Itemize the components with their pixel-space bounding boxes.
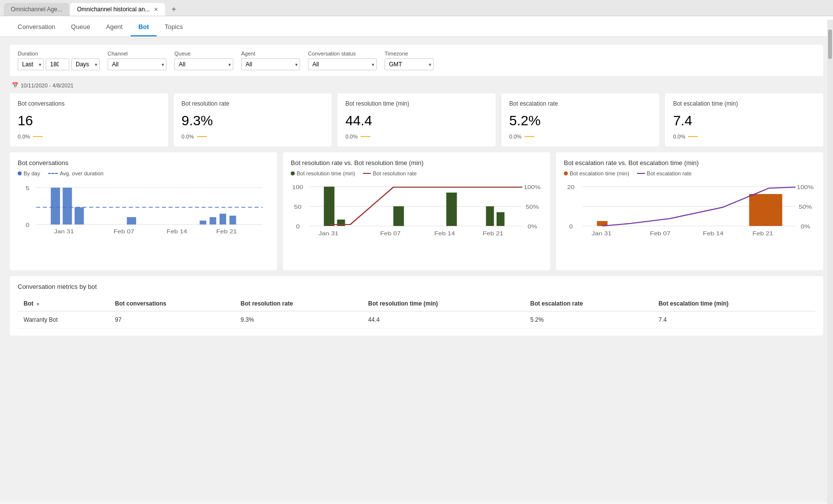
metrics-table-card: Conversation metrics by bot Bot ▼ Bot co… — [10, 276, 823, 336]
duration-value-input[interactable] — [46, 58, 69, 70]
kpi-bot-conversations-change: 0.0% — [18, 134, 160, 140]
duration-filter: Duration Last Days — [18, 51, 100, 70]
channel-select[interactable]: All — [108, 58, 167, 70]
main-navigation: Conversation Queue Agent Bot Topics — [0, 16, 833, 37]
kpi-trend-line — [197, 136, 207, 137]
conv-status-select[interactable]: All — [308, 58, 377, 70]
svg-rect-45 — [749, 194, 782, 226]
browser-tab-bar: Omnichannel Age... Omnichannel historica… — [0, 0, 833, 16]
svg-text:100%: 100% — [524, 185, 541, 191]
legend-escalation-time: Bot escalation time (min) — [564, 170, 629, 176]
svg-text:Jan 31: Jan 31 — [319, 231, 339, 237]
kpi-resolution-rate-title: Bot resolution rate — [182, 100, 324, 107]
row-escalation-time: 7.4 — [653, 311, 815, 329]
legend-avg: Avg. over duration — [48, 170, 104, 176]
kpi-escalation-rate-change: 0.0% — [509, 134, 652, 140]
svg-text:Feb 21: Feb 21 — [216, 229, 237, 235]
legend-avg-line — [48, 173, 58, 174]
legend-esc-time-label: Bot escalation time (min) — [570, 170, 629, 176]
col-resolution-time: Bot resolution time (min) — [362, 296, 525, 311]
filter-bar: Duration Last Days Channel All — [10, 45, 823, 76]
chart-row: Bot conversations By day Avg. over durat… — [10, 152, 823, 270]
svg-text:5: 5 — [26, 186, 29, 192]
table-row: Warranty Bot 97 9.3% 44.4 5.2% 7.4 — [18, 311, 815, 329]
legend-esc-time-dot — [564, 171, 568, 175]
svg-text:20: 20 — [567, 185, 575, 191]
svg-text:Feb 21: Feb 21 — [752, 231, 773, 237]
svg-text:Feb 14: Feb 14 — [703, 231, 723, 237]
svg-text:100%: 100% — [797, 185, 814, 191]
tab-label: Omnichannel Age... — [11, 6, 62, 13]
kpi-bot-conversations-title: Bot conversations — [18, 100, 160, 107]
svg-text:Feb 21: Feb 21 — [483, 231, 503, 237]
agent-select[interactable]: All — [241, 58, 300, 70]
svg-text:0%: 0% — [801, 224, 810, 230]
legend-escalation-rate: Bot escalation rate — [637, 170, 692, 176]
kpi-bot-conversations-value: 16 — [18, 113, 160, 129]
escalation-chart-svg: 20 0 100% 50% 0% J — [564, 180, 815, 259]
nav-agent[interactable]: Agent — [98, 16, 131, 36]
legend-esc-rate-label: Bot escalation rate — [647, 170, 692, 176]
legend-by-day-label: By day — [24, 170, 40, 176]
kpi-escalation-rate-value: 5.2% — [509, 113, 652, 129]
svg-text:Jan 31: Jan 31 — [592, 231, 612, 237]
svg-text:Feb 14: Feb 14 — [167, 229, 187, 235]
row-resolution-rate: 9.3% — [235, 311, 362, 329]
nav-queue[interactable]: Queue — [63, 16, 98, 36]
new-tab-button[interactable]: + — [168, 3, 180, 15]
svg-text:50%: 50% — [799, 204, 812, 210]
queue-label: Queue — [174, 51, 233, 56]
date-range-display: 📅 10/11/2020 - 4/8/2021 — [12, 82, 823, 88]
chart-escalation: Bot escalation rate vs. Bot escalation t… — [556, 152, 823, 270]
svg-rect-28 — [393, 206, 404, 226]
legend-by-day: By day — [18, 170, 40, 176]
kpi-resolution-time-change: 0.0% — [345, 134, 488, 140]
kpi-resolution-time-value: 44.4 — [345, 113, 488, 129]
svg-rect-27 — [337, 220, 345, 226]
chart-bot-conversations: Bot conversations By day Avg. over durat… — [10, 152, 277, 270]
tab-close-icon[interactable]: ✕ — [154, 6, 158, 13]
svg-rect-8 — [200, 221, 206, 224]
svg-text:100: 100 — [292, 185, 304, 191]
svg-rect-30 — [486, 206, 494, 226]
date-range-text: 10/11/2020 - 4/8/2021 — [21, 83, 74, 88]
chart-escalation-title: Bot escalation rate vs. Bot escalation t… — [564, 159, 815, 167]
timezone-label: Timezone — [385, 51, 434, 56]
tab-omnichannel-historical[interactable]: Omnichannel historical an... ✕ — [70, 3, 165, 16]
nav-bot[interactable]: Bot — [131, 16, 157, 36]
nav-conversation[interactable]: Conversation — [10, 16, 63, 36]
scrollbar-thumb[interactable] — [828, 29, 832, 59]
timezone-select[interactable]: GMT — [385, 58, 434, 70]
svg-text:0: 0 — [26, 223, 29, 228]
svg-text:0%: 0% — [528, 224, 537, 230]
svg-rect-9 — [210, 217, 216, 224]
legend-resolution-rate: Bot resolution rate — [363, 170, 416, 176]
svg-text:Feb 14: Feb 14 — [434, 231, 455, 237]
chart-bot-conv-title: Bot conversations — [18, 159, 269, 167]
chart-resolution: Bot resolution rate vs. Bot resolution t… — [283, 152, 550, 270]
sort-icon[interactable]: ▼ — [36, 302, 40, 307]
nav-topics[interactable]: Topics — [157, 16, 191, 36]
svg-rect-4 — [51, 188, 60, 224]
calendar-icon: 📅 — [12, 82, 19, 88]
agent-filter: Agent All — [241, 51, 300, 70]
col-bot: Bot ▼ — [18, 296, 109, 311]
duration-last-select[interactable]: Last — [18, 58, 44, 70]
row-bot-name: Warranty Bot — [18, 311, 109, 329]
duration-unit-select[interactable]: Days — [71, 58, 100, 70]
tab-omnichannel-agent[interactable]: Omnichannel Age... — [4, 3, 69, 16]
kpi-resolution-rate-change: 0.0% — [182, 134, 324, 140]
svg-text:50: 50 — [294, 204, 302, 210]
kpi-escalation-time-change: 0.0% — [673, 134, 815, 140]
queue-select[interactable]: All — [174, 58, 233, 70]
duration-label: Duration — [18, 51, 100, 56]
scrollbar[interactable] — [827, 20, 833, 502]
kpi-resolution-time-title: Bot resolution time (min) — [345, 100, 488, 107]
row-escalation-rate: 5.2% — [525, 311, 653, 329]
legend-resolution-time: Bot resolution time (min) — [291, 170, 355, 176]
col-escalation-rate: Bot escalation rate — [525, 296, 653, 311]
chart-resolution-legend: Bot resolution time (min) Bot resolution… — [291, 170, 542, 176]
svg-rect-29 — [446, 193, 457, 226]
table-title: Conversation metrics by bot — [18, 283, 815, 290]
main-content: Duration Last Days Channel All — [0, 37, 833, 502]
